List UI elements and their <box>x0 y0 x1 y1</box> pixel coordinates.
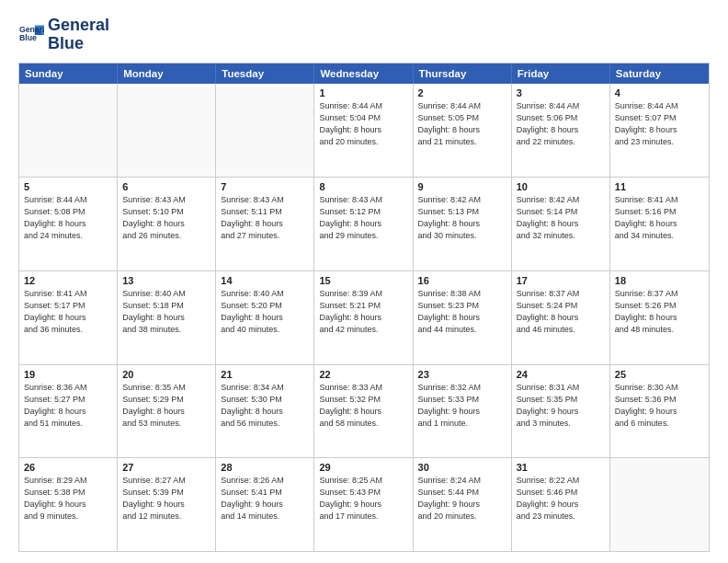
day-header-wednesday: Wednesday <box>314 63 413 84</box>
day-info: Sunrise: 8:22 AM Sunset: 5:46 PM Dayligh… <box>517 475 605 523</box>
day-number: 29 <box>319 462 407 473</box>
day-info: Sunrise: 8:27 AM Sunset: 5:39 PM Dayligh… <box>122 475 210 523</box>
day-number: 30 <box>418 462 506 473</box>
day-cell: 28Sunrise: 8:26 AM Sunset: 5:41 PM Dayli… <box>216 458 314 551</box>
day-number: 11 <box>615 181 704 192</box>
day-number: 16 <box>418 275 506 286</box>
day-cell: 18Sunrise: 8:37 AM Sunset: 5:26 PM Dayli… <box>610 271 709 364</box>
day-info: Sunrise: 8:37 AM Sunset: 5:24 PM Dayligh… <box>517 288 605 336</box>
day-number: 17 <box>517 275 605 286</box>
day-cell: 8Sunrise: 8:43 AM Sunset: 5:12 PM Daylig… <box>314 178 413 270</box>
day-number: 23 <box>418 369 506 380</box>
day-info: Sunrise: 8:44 AM Sunset: 5:08 PM Dayligh… <box>24 194 112 242</box>
day-cell: 11Sunrise: 8:41 AM Sunset: 5:16 PM Dayli… <box>610 178 709 270</box>
logo-line2: Blue <box>48 35 109 53</box>
day-cell: 4Sunrise: 8:44 AM Sunset: 5:07 PM Daylig… <box>610 84 709 178</box>
day-info: Sunrise: 8:31 AM Sunset: 5:35 PM Dayligh… <box>517 382 605 430</box>
day-header-tuesday: Tuesday <box>216 63 314 84</box>
week-row-1: 1Sunrise: 8:44 AM Sunset: 5:04 PM Daylig… <box>19 84 709 178</box>
day-number: 1 <box>319 87 407 98</box>
day-cell: 16Sunrise: 8:38 AM Sunset: 5:23 PM Dayli… <box>414 271 512 364</box>
day-cell: 26Sunrise: 8:29 AM Sunset: 5:38 PM Dayli… <box>19 458 118 551</box>
day-cell: 7Sunrise: 8:43 AM Sunset: 5:11 PM Daylig… <box>216 178 314 270</box>
day-info: Sunrise: 8:44 AM Sunset: 5:05 PM Dayligh… <box>418 100 506 148</box>
day-cell: 23Sunrise: 8:32 AM Sunset: 5:33 PM Dayli… <box>414 365 512 458</box>
week-row-4: 19Sunrise: 8:36 AM Sunset: 5:27 PM Dayli… <box>19 364 709 458</box>
day-info: Sunrise: 8:37 AM Sunset: 5:26 PM Dayligh… <box>615 288 704 336</box>
day-cell: 10Sunrise: 8:42 AM Sunset: 5:14 PM Dayli… <box>512 178 610 270</box>
day-info: Sunrise: 8:33 AM Sunset: 5:32 PM Dayligh… <box>319 382 407 430</box>
day-cell: 21Sunrise: 8:34 AM Sunset: 5:30 PM Dayli… <box>216 365 314 458</box>
day-cell <box>19 84 118 178</box>
day-info: Sunrise: 8:43 AM Sunset: 5:12 PM Dayligh… <box>319 194 407 242</box>
day-info: Sunrise: 8:26 AM Sunset: 5:41 PM Dayligh… <box>221 475 309 523</box>
day-info: Sunrise: 8:42 AM Sunset: 5:13 PM Dayligh… <box>418 194 506 242</box>
day-number: 27 <box>122 462 210 473</box>
day-number: 25 <box>615 369 704 380</box>
day-info: Sunrise: 8:42 AM Sunset: 5:14 PM Dayligh… <box>517 194 605 242</box>
week-row-2: 5Sunrise: 8:44 AM Sunset: 5:08 PM Daylig… <box>19 177 709 270</box>
week-row-5: 26Sunrise: 8:29 AM Sunset: 5:38 PM Dayli… <box>19 457 709 551</box>
week-row-3: 12Sunrise: 8:41 AM Sunset: 5:17 PM Dayli… <box>19 270 709 364</box>
day-info: Sunrise: 8:40 AM Sunset: 5:18 PM Dayligh… <box>122 288 210 336</box>
day-cell: 9Sunrise: 8:42 AM Sunset: 5:13 PM Daylig… <box>414 178 512 270</box>
day-info: Sunrise: 8:44 AM Sunset: 5:06 PM Dayligh… <box>517 100 605 148</box>
day-cell: 14Sunrise: 8:40 AM Sunset: 5:20 PM Dayli… <box>216 271 314 364</box>
day-info: Sunrise: 8:41 AM Sunset: 5:17 PM Dayligh… <box>24 288 112 336</box>
day-header-friday: Friday <box>512 63 610 84</box>
day-headers: SundayMondayTuesdayWednesdayThursdayFrid… <box>19 63 709 84</box>
day-info: Sunrise: 8:39 AM Sunset: 5:21 PM Dayligh… <box>319 288 407 336</box>
day-number: 12 <box>24 275 112 286</box>
day-info: Sunrise: 8:25 AM Sunset: 5:43 PM Dayligh… <box>319 475 407 523</box>
day-number: 20 <box>122 369 210 380</box>
day-info: Sunrise: 8:38 AM Sunset: 5:23 PM Dayligh… <box>418 288 506 336</box>
day-number: 22 <box>319 369 407 380</box>
header: General Blue GeneralBlue <box>18 17 710 53</box>
logo-line1: General <box>48 17 109 35</box>
day-number: 26 <box>24 462 112 473</box>
day-cell: 29Sunrise: 8:25 AM Sunset: 5:43 PM Dayli… <box>314 458 413 551</box>
day-header-sunday: Sunday <box>19 63 118 84</box>
day-number: 4 <box>615 87 704 98</box>
day-cell: 22Sunrise: 8:33 AM Sunset: 5:32 PM Dayli… <box>314 365 413 458</box>
calendar-body: 1Sunrise: 8:44 AM Sunset: 5:04 PM Daylig… <box>19 84 709 551</box>
day-info: Sunrise: 8:35 AM Sunset: 5:29 PM Dayligh… <box>122 382 210 430</box>
day-number: 19 <box>24 369 112 380</box>
logo-text-block: GeneralBlue <box>48 17 109 53</box>
day-cell: 20Sunrise: 8:35 AM Sunset: 5:29 PM Dayli… <box>118 365 216 458</box>
day-info: Sunrise: 8:24 AM Sunset: 5:44 PM Dayligh… <box>418 475 506 523</box>
day-number: 15 <box>319 275 407 286</box>
day-number: 7 <box>221 181 309 192</box>
page: General Blue GeneralBlue SundayMondayTue… <box>0 0 728 563</box>
day-info: Sunrise: 8:44 AM Sunset: 5:07 PM Dayligh… <box>615 100 704 148</box>
day-cell: 1Sunrise: 8:44 AM Sunset: 5:04 PM Daylig… <box>314 84 413 178</box>
day-info: Sunrise: 8:43 AM Sunset: 5:11 PM Dayligh… <box>221 194 309 242</box>
svg-text:Blue: Blue <box>19 33 37 42</box>
logo-icon: General Blue <box>18 22 44 48</box>
day-number: 28 <box>221 462 309 473</box>
day-cell <box>216 84 314 178</box>
day-number: 18 <box>615 275 704 286</box>
day-number: 31 <box>517 462 605 473</box>
day-info: Sunrise: 8:29 AM Sunset: 5:38 PM Dayligh… <box>24 475 112 523</box>
day-cell: 19Sunrise: 8:36 AM Sunset: 5:27 PM Dayli… <box>19 365 118 458</box>
day-info: Sunrise: 8:36 AM Sunset: 5:27 PM Dayligh… <box>24 382 112 430</box>
day-number: 13 <box>122 275 210 286</box>
day-cell: 6Sunrise: 8:43 AM Sunset: 5:10 PM Daylig… <box>118 178 216 270</box>
day-cell: 25Sunrise: 8:30 AM Sunset: 5:36 PM Dayli… <box>610 365 709 458</box>
day-number: 6 <box>122 181 210 192</box>
day-cell: 15Sunrise: 8:39 AM Sunset: 5:21 PM Dayli… <box>314 271 413 364</box>
day-header-monday: Monday <box>118 63 216 84</box>
calendar: SundayMondayTuesdayWednesdayThursdayFrid… <box>18 63 710 552</box>
day-number: 3 <box>517 87 605 98</box>
day-cell: 3Sunrise: 8:44 AM Sunset: 5:06 PM Daylig… <box>512 84 610 178</box>
day-cell <box>610 458 709 551</box>
day-number: 2 <box>418 87 506 98</box>
day-info: Sunrise: 8:43 AM Sunset: 5:10 PM Dayligh… <box>122 194 210 242</box>
day-number: 14 <box>221 275 309 286</box>
day-header-saturday: Saturday <box>610 63 709 84</box>
day-cell: 12Sunrise: 8:41 AM Sunset: 5:17 PM Dayli… <box>19 271 118 364</box>
day-cell <box>118 84 216 178</box>
day-cell: 13Sunrise: 8:40 AM Sunset: 5:18 PM Dayli… <box>118 271 216 364</box>
day-number: 24 <box>517 369 605 380</box>
